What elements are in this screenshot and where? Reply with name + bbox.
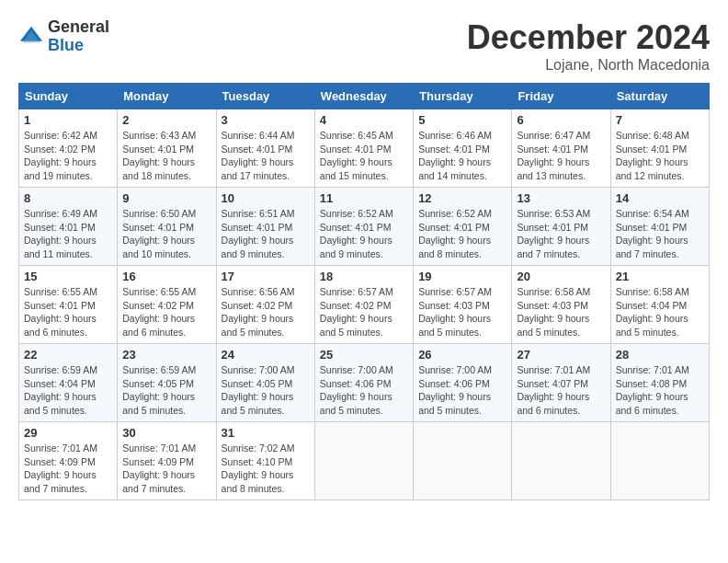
calendar-cell: 19Sunrise: 6:57 AM Sunset: 4:03 PM Dayli… (414, 266, 512, 344)
day-number: 7 (616, 113, 704, 127)
calendar-cell: 14Sunrise: 6:54 AM Sunset: 4:01 PM Dayli… (610, 188, 709, 266)
calendar-cell: 1Sunrise: 6:42 AM Sunset: 4:02 PM Daylig… (19, 109, 118, 188)
calendar-header-row: SundayMondayTuesdayWednesdayThursdayFrid… (19, 84, 710, 109)
calendar-cell: 27Sunrise: 7:01 AM Sunset: 4:07 PM Dayli… (512, 344, 610, 422)
day-number: 25 (320, 348, 408, 362)
day-number: 5 (418, 113, 506, 127)
calendar-cell: 8Sunrise: 6:49 AM Sunset: 4:01 PM Daylig… (19, 188, 118, 266)
weekday-header: Saturday (610, 84, 709, 109)
day-number: 11 (320, 191, 408, 205)
calendar-cell: 26Sunrise: 7:00 AM Sunset: 4:06 PM Dayli… (414, 344, 512, 422)
calendar-cell: 21Sunrise: 6:58 AM Sunset: 4:04 PM Dayli… (610, 266, 709, 344)
day-info: Sunrise: 6:56 AM Sunset: 4:02 PM Dayligh… (222, 285, 310, 339)
day-number: 15 (24, 270, 112, 283)
calendar-cell: 31Sunrise: 7:02 AM Sunset: 4:10 PM Dayli… (216, 422, 314, 500)
weekday-header: Thursday (414, 84, 512, 109)
calendar-cell: 12Sunrise: 6:52 AM Sunset: 4:01 PM Dayli… (414, 188, 512, 266)
calendar-cell (314, 422, 413, 500)
day-info: Sunrise: 6:51 AM Sunset: 4:01 PM Dayligh… (222, 207, 310, 261)
logo-general-text: General (48, 17, 109, 36)
calendar-cell (414, 422, 512, 500)
day-number: 2 (122, 113, 210, 127)
month-title: December 2024 (467, 18, 710, 57)
calendar-week-row: 15Sunrise: 6:55 AM Sunset: 4:01 PM Dayli… (19, 266, 710, 344)
weekday-header: Friday (512, 84, 610, 109)
calendar-cell: 9Sunrise: 6:50 AM Sunset: 4:01 PM Daylig… (118, 188, 216, 266)
day-info: Sunrise: 6:53 AM Sunset: 4:01 PM Dayligh… (517, 207, 605, 261)
location: Lojane, North Macedonia (467, 57, 710, 74)
day-number: 30 (122, 426, 210, 440)
day-number: 27 (517, 348, 605, 362)
logo: General Blue (18, 18, 109, 55)
weekday-header: Wednesday (314, 84, 413, 109)
day-info: Sunrise: 6:42 AM Sunset: 4:02 PM Dayligh… (24, 129, 112, 183)
calendar-cell: 30Sunrise: 7:01 AM Sunset: 4:09 PM Dayli… (118, 422, 216, 500)
calendar-cell: 5Sunrise: 6:46 AM Sunset: 4:01 PM Daylig… (414, 109, 512, 188)
day-info: Sunrise: 6:55 AM Sunset: 4:02 PM Dayligh… (122, 285, 210, 339)
calendar-cell: 20Sunrise: 6:58 AM Sunset: 4:03 PM Dayli… (512, 266, 610, 344)
day-info: Sunrise: 7:02 AM Sunset: 4:10 PM Dayligh… (222, 442, 310, 496)
day-number: 9 (122, 191, 210, 205)
day-number: 14 (616, 191, 704, 205)
day-number: 22 (24, 348, 112, 362)
day-info: Sunrise: 6:54 AM Sunset: 4:01 PM Dayligh… (616, 207, 704, 261)
day-info: Sunrise: 6:59 AM Sunset: 4:05 PM Dayligh… (122, 363, 210, 418)
calendar-cell (512, 422, 610, 500)
calendar-cell: 24Sunrise: 7:00 AM Sunset: 4:05 PM Dayli… (216, 344, 314, 422)
day-info: Sunrise: 6:45 AM Sunset: 4:01 PM Dayligh… (320, 129, 408, 183)
calendar-cell: 29Sunrise: 7:01 AM Sunset: 4:09 PM Dayli… (19, 422, 118, 500)
day-number: 4 (320, 113, 408, 127)
logo-blue-text: Blue (48, 36, 84, 54)
weekday-header: Monday (118, 84, 216, 109)
calendar-week-row: 1Sunrise: 6:42 AM Sunset: 4:02 PM Daylig… (19, 109, 710, 188)
day-info: Sunrise: 6:55 AM Sunset: 4:01 PM Dayligh… (24, 285, 112, 339)
day-info: Sunrise: 6:57 AM Sunset: 4:03 PM Dayligh… (418, 285, 506, 339)
calendar-week-row: 8Sunrise: 6:49 AM Sunset: 4:01 PM Daylig… (19, 188, 710, 266)
day-info: Sunrise: 6:50 AM Sunset: 4:01 PM Dayligh… (122, 207, 210, 261)
day-number: 1 (24, 113, 112, 127)
calendar-cell: 6Sunrise: 6:47 AM Sunset: 4:01 PM Daylig… (512, 109, 610, 188)
day-number: 20 (517, 270, 605, 283)
day-number: 10 (222, 191, 310, 205)
day-number: 3 (222, 113, 310, 127)
day-number: 18 (320, 270, 408, 283)
calendar-cell: 28Sunrise: 7:01 AM Sunset: 4:08 PM Dayli… (610, 344, 709, 422)
title-block: December 2024 Lojane, North Macedonia (467, 18, 710, 74)
day-info: Sunrise: 6:58 AM Sunset: 4:03 PM Dayligh… (517, 285, 605, 339)
day-number: 28 (616, 348, 704, 362)
calendar-cell: 3Sunrise: 6:44 AM Sunset: 4:01 PM Daylig… (216, 109, 314, 188)
calendar-cell: 11Sunrise: 6:52 AM Sunset: 4:01 PM Dayli… (314, 188, 413, 266)
day-info: Sunrise: 6:58 AM Sunset: 4:04 PM Dayligh… (616, 285, 704, 339)
day-info: Sunrise: 7:01 AM Sunset: 4:08 PM Dayligh… (616, 363, 704, 418)
day-info: Sunrise: 6:48 AM Sunset: 4:01 PM Dayligh… (616, 129, 704, 183)
day-info: Sunrise: 7:01 AM Sunset: 4:07 PM Dayligh… (517, 363, 605, 418)
day-number: 26 (418, 348, 506, 362)
calendar-cell: 25Sunrise: 7:00 AM Sunset: 4:06 PM Dayli… (314, 344, 413, 422)
weekday-header: Sunday (19, 84, 118, 109)
calendar-cell: 23Sunrise: 6:59 AM Sunset: 4:05 PM Dayli… (118, 344, 216, 422)
day-number: 16 (122, 270, 210, 283)
day-info: Sunrise: 7:01 AM Sunset: 4:09 PM Dayligh… (24, 442, 112, 496)
weekday-header: Tuesday (216, 84, 314, 109)
day-info: Sunrise: 6:49 AM Sunset: 4:01 PM Dayligh… (24, 207, 112, 261)
day-number: 6 (517, 113, 605, 127)
day-info: Sunrise: 6:52 AM Sunset: 4:01 PM Dayligh… (320, 207, 408, 261)
day-number: 12 (418, 191, 506, 205)
calendar-cell: 17Sunrise: 6:56 AM Sunset: 4:02 PM Dayli… (216, 266, 314, 344)
calendar-cell: 18Sunrise: 6:57 AM Sunset: 4:02 PM Dayli… (314, 266, 413, 344)
calendar-cell: 16Sunrise: 6:55 AM Sunset: 4:02 PM Dayli… (118, 266, 216, 344)
day-info: Sunrise: 6:59 AM Sunset: 4:04 PM Dayligh… (24, 363, 112, 418)
day-info: Sunrise: 6:47 AM Sunset: 4:01 PM Dayligh… (517, 129, 605, 183)
day-info: Sunrise: 6:43 AM Sunset: 4:01 PM Dayligh… (122, 129, 210, 183)
calendar-cell (610, 422, 709, 500)
day-info: Sunrise: 6:52 AM Sunset: 4:01 PM Dayligh… (418, 207, 506, 261)
calendar-cell: 10Sunrise: 6:51 AM Sunset: 4:01 PM Dayli… (216, 188, 314, 266)
calendar-table: SundayMondayTuesdayWednesdayThursdayFrid… (18, 83, 710, 500)
day-number: 23 (122, 348, 210, 362)
calendar-week-row: 29Sunrise: 7:01 AM Sunset: 4:09 PM Dayli… (19, 422, 710, 500)
day-info: Sunrise: 7:01 AM Sunset: 4:09 PM Dayligh… (122, 442, 210, 496)
day-number: 24 (222, 348, 310, 362)
calendar-cell: 13Sunrise: 6:53 AM Sunset: 4:01 PM Dayli… (512, 188, 610, 266)
calendar-cell: 7Sunrise: 6:48 AM Sunset: 4:01 PM Daylig… (610, 109, 709, 188)
day-info: Sunrise: 6:46 AM Sunset: 4:01 PM Dayligh… (418, 129, 506, 183)
